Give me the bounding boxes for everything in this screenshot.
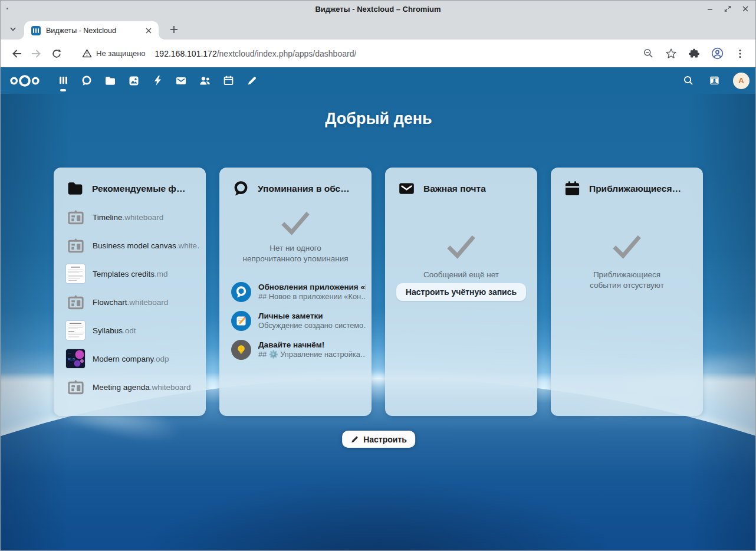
app-calendar-icon[interactable] bbox=[216, 67, 240, 94]
file-name: Meeting agenda.whiteboard bbox=[93, 383, 191, 392]
back-icon[interactable] bbox=[6, 44, 27, 64]
app-activity-icon[interactable] bbox=[146, 67, 169, 94]
talk-logo-avatar bbox=[231, 282, 251, 302]
talk-empty-text: Нет ни одного непрочитанного упоминания bbox=[219, 243, 372, 264]
greeting-title: Добрый день bbox=[1, 110, 756, 128]
unified-search-icon[interactable] bbox=[676, 67, 700, 94]
file-name: Flowchart.whiteboard bbox=[93, 298, 168, 307]
file-name: Templates credits.md bbox=[93, 270, 168, 278]
whiteboard-file-icon bbox=[65, 292, 86, 312]
profile-icon[interactable] bbox=[710, 47, 724, 61]
window-controls bbox=[705, 1, 751, 17]
security-label[interactable]: Не защищено bbox=[96, 49, 146, 58]
talk-conversation-item[interactable]: Давайте начнём! ## ⚙️ Управление настрой… bbox=[219, 335, 372, 364]
nextcloud-dashboard-page: A Добрый день Рекомендуемые ф… Timeline.… bbox=[1, 67, 756, 551]
document-thumbnail bbox=[65, 320, 86, 340]
nextcloud-header-right: A bbox=[676, 67, 750, 94]
bookmark-star-icon[interactable] bbox=[664, 47, 678, 61]
file-item[interactable]: RLD Modern company.odp bbox=[54, 345, 206, 373]
pencil-icon bbox=[350, 435, 359, 444]
widget-title: Приближающиеся… bbox=[589, 183, 681, 194]
tab-title: Виджеты - Nextcloud bbox=[46, 27, 143, 35]
window-menu-dot bbox=[6, 8, 8, 9]
widget-title: Важная почта bbox=[423, 183, 486, 194]
file-item[interactable]: Business model canvas.white… bbox=[54, 231, 206, 260]
app-whiteboard-icon[interactable] bbox=[240, 67, 264, 94]
talk-conversation-item[interactable]: Обновления приложения «К… ## Новое в при… bbox=[219, 277, 372, 306]
whiteboard-file-icon bbox=[65, 377, 86, 397]
widget-important-mail: Важная почта Сообщений ещё нет Настроить… bbox=[385, 168, 537, 416]
window-titlebar: Виджеты - Nextcloud – Chromium bbox=[1, 1, 755, 17]
browser-tab[interactable]: Виджеты - Nextcloud bbox=[24, 21, 159, 40]
file-item[interactable]: Syllabus.odt bbox=[54, 316, 206, 345]
app-files-icon[interactable] bbox=[98, 67, 122, 94]
forward-icon[interactable] bbox=[27, 44, 47, 64]
toolbar-actions bbox=[641, 47, 747, 61]
nextcloud-logo[interactable] bbox=[9, 73, 41, 88]
svg-text:RLD: RLD bbox=[68, 358, 75, 361]
conversation-title: Личные заметки bbox=[258, 311, 366, 320]
browser-window: Виджеты - Nextcloud – Chromium Виджеты -… bbox=[0, 0, 756, 551]
url-text[interactable]: 192.168.101.172/nextcloud/index.php/apps… bbox=[155, 49, 357, 58]
app-photos-icon[interactable] bbox=[122, 67, 146, 94]
extensions-puzzle-icon[interactable] bbox=[687, 47, 701, 61]
file-name: Syllabus.odt bbox=[93, 326, 136, 335]
zoom-out-icon[interactable] bbox=[641, 47, 655, 61]
setup-account-button[interactable]: Настроить учётную запись bbox=[396, 283, 526, 301]
nextcloud-header: A bbox=[1, 67, 756, 94]
talk-conversation-list: Обновления приложения «К… ## Новое в при… bbox=[219, 277, 372, 364]
file-item[interactable]: Meeting agenda.whiteboard bbox=[54, 373, 206, 401]
calendar-icon bbox=[564, 180, 581, 197]
tab-strip: Виджеты - Nextcloud bbox=[1, 17, 755, 40]
folder-icon bbox=[67, 180, 84, 197]
widget-mail-header: Важная почта bbox=[385, 168, 537, 203]
conversation-title: Давайте начнём! bbox=[258, 340, 366, 349]
new-tab-icon[interactable] bbox=[167, 22, 181, 37]
url-host: 192.168.101.172 bbox=[155, 49, 217, 58]
talk-icon bbox=[232, 180, 249, 197]
conversation-subtitle: ## ⚙️ Управление настройка… bbox=[258, 350, 366, 359]
app-contacts-icon[interactable] bbox=[193, 67, 216, 94]
checkmark-icon bbox=[219, 208, 372, 236]
address-bar[interactable]: Не защищено 192.168.101.172/nextcloud/in… bbox=[75, 44, 635, 64]
widget-upcoming-events: Приближающиеся… Приближающиеся события о… bbox=[551, 168, 703, 416]
conversation-subtitle: ## Новое в приложении «Кон… bbox=[258, 292, 366, 301]
note-pencil-avatar bbox=[231, 311, 251, 331]
url-path: /nextcloud/index.php/apps/dashboard/ bbox=[217, 49, 357, 58]
file-item[interactable]: Timeline.whiteboard bbox=[54, 203, 206, 231]
conversation-subtitle: Обсуждение создано системо… bbox=[258, 321, 366, 330]
mail-empty-text: Сообщений ещё нет bbox=[385, 270, 537, 280]
restore-icon[interactable] bbox=[722, 4, 733, 14]
tab-close-icon[interactable] bbox=[143, 25, 154, 36]
conversation-title: Обновления приложения «К… bbox=[258, 283, 366, 291]
tab-search-chevron-icon[interactable] bbox=[6, 22, 19, 35]
account-avatar[interactable]: A bbox=[733, 73, 750, 89]
nextcloud-dashboard-favicon bbox=[31, 26, 41, 35]
not-secure-warning-icon[interactable] bbox=[82, 48, 92, 58]
browser-menu-icon[interactable] bbox=[733, 47, 747, 61]
app-mail-icon[interactable] bbox=[169, 67, 193, 94]
reload-icon[interactable] bbox=[47, 44, 67, 64]
minimize-icon[interactable] bbox=[705, 4, 715, 14]
talk-conversation-item[interactable]: Личные заметки Обсуждение создано систем… bbox=[219, 306, 372, 335]
presentation-thumbnail: RLD bbox=[65, 349, 86, 369]
widget-title: Упоминания в обс… bbox=[258, 183, 350, 194]
checkmark-icon bbox=[385, 231, 537, 260]
file-item[interactable]: Templates credits.md bbox=[54, 260, 206, 288]
widget-talk-header: Упоминания в обс… bbox=[219, 168, 372, 203]
contacts-menu-icon[interactable] bbox=[702, 67, 726, 94]
whiteboard-file-icon bbox=[65, 235, 86, 255]
app-talk-icon[interactable] bbox=[75, 67, 98, 94]
file-name: Modern company.odp bbox=[93, 355, 169, 363]
widget-calendar-header: Приближающиеся… bbox=[551, 168, 703, 203]
widget-talk-mentions: Упоминания в обс… Нет ни одного непрочит… bbox=[219, 168, 372, 416]
checkmark-icon bbox=[551, 231, 703, 260]
document-thumbnail bbox=[65, 264, 86, 284]
close-window-icon[interactable] bbox=[740, 4, 751, 14]
app-dashboard-icon[interactable] bbox=[51, 67, 75, 94]
lightbulb-avatar bbox=[231, 340, 251, 360]
whiteboard-file-icon bbox=[65, 207, 86, 227]
file-item[interactable]: Flowchart.whiteboard bbox=[54, 288, 206, 316]
customize-dashboard-button[interactable]: Настроить bbox=[342, 431, 415, 448]
calendar-empty-text: Приближающиеся события отсуствуют bbox=[551, 270, 703, 291]
